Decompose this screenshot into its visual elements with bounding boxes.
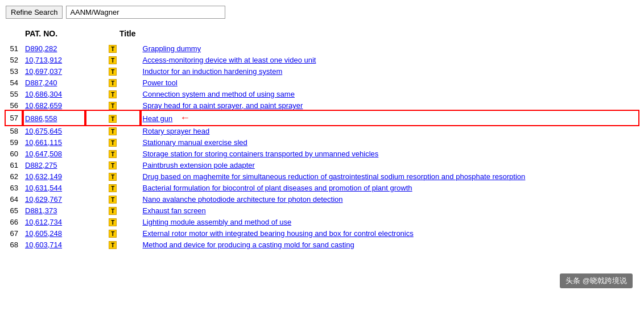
title-link[interactable]: Spray head for a paint sprayer, and pain… [143, 101, 303, 110]
patent-link[interactable]: 10,603,714 [25, 240, 62, 249]
patent-title[interactable]: Exhaust fan screen [141, 205, 638, 216]
t-icon-cell: T [85, 227, 141, 239]
title-link[interactable]: Storage station for storing containers t… [143, 150, 379, 158]
title-link[interactable]: Rotary sprayer head [143, 127, 210, 135]
patent-link[interactable]: 10,682,659 [25, 101, 62, 110]
patent-title[interactable]: Power tool [141, 77, 638, 88]
patent-link[interactable]: D887,240 [25, 78, 57, 87]
patent-number[interactable]: 10,661,115 [23, 136, 85, 148]
t-icon-cell: T [85, 99, 141, 111]
patent-title[interactable]: Lighting module assembly and method of u… [141, 216, 638, 227]
patent-number[interactable]: 10,605,248 [23, 227, 85, 239]
table-row: 6710,605,248TExternal rotor motor with i… [6, 227, 638, 239]
t-icon-cell: T [85, 159, 141, 171]
patent-title[interactable]: Rotary sprayer head [141, 125, 638, 136]
patent-number[interactable]: 10,603,714 [23, 239, 85, 250]
patent-number[interactable]: 10,686,304 [23, 88, 85, 99]
highlight-arrow: ← [177, 112, 190, 123]
patent-link[interactable]: 10,629,767 [25, 195, 62, 204]
patent-title[interactable]: Access-monitoring device with at least o… [141, 54, 638, 65]
patent-number[interactable]: 10,647,508 [23, 148, 85, 159]
t-icon-cell: T [85, 54, 141, 65]
patent-title[interactable]: Spray head for a paint sprayer, and pain… [141, 99, 638, 111]
patent-number[interactable]: 10,713,912 [23, 54, 85, 65]
title-link[interactable]: Method and device for producing a castin… [143, 240, 354, 249]
patent-number[interactable]: D881,373 [23, 205, 85, 216]
patent-link[interactable]: D882,275 [25, 161, 57, 169]
patent-number[interactable]: 10,682,659 [23, 99, 85, 111]
row-number: 54 [6, 77, 23, 88]
patent-title[interactable]: Nano avalanche photodiode architecture f… [141, 193, 638, 205]
patent-title[interactable]: External rotor motor with integrated bea… [141, 227, 638, 239]
patent-title[interactable]: Heat gun ← [141, 111, 638, 125]
t-icon: T [109, 184, 117, 192]
title-link[interactable]: Connection system and method of using sa… [143, 90, 295, 98]
patent-number[interactable]: 10,675,645 [23, 125, 85, 136]
patent-link[interactable]: 10,697,037 [25, 67, 62, 76]
col-pat-header: PAT. NO. [23, 27, 85, 43]
results-table: PAT. NO. Title 51D890,282TGrappling dumm… [6, 27, 638, 250]
patent-link[interactable]: D886,558 [25, 114, 57, 123]
patent-link[interactable]: 10,632,149 [25, 172, 62, 181]
title-link[interactable]: Access-monitoring device with at least o… [143, 56, 316, 64]
patent-link[interactable]: 10,605,248 [25, 229, 62, 238]
title-link[interactable]: Power tool [143, 78, 177, 87]
patent-title[interactable]: Stationary manual exercise sled [141, 136, 638, 148]
title-link[interactable]: Lighting module assembly and method of u… [143, 218, 292, 226]
patent-link[interactable]: 10,713,912 [25, 56, 62, 64]
title-link[interactable]: Nano avalanche photodiode architecture f… [143, 195, 343, 204]
title-link[interactable]: Drug based on maghemite for simultaneous… [143, 172, 526, 181]
t-icon-cell: T [85, 88, 141, 99]
patent-title[interactable]: Paintbrush extension pole adapter [141, 159, 638, 171]
patent-link[interactable]: D881,373 [25, 206, 57, 215]
patent-link[interactable]: 10,647,508 [25, 150, 62, 158]
patent-title[interactable]: Connection system and method of using sa… [141, 88, 638, 99]
refine-search-button[interactable]: Refine Search [6, 6, 63, 19]
title-link[interactable]: Inductor for an induction hardening syst… [143, 67, 283, 76]
t-icon: T [109, 102, 117, 110]
patent-title[interactable]: Storage station for storing containers t… [141, 148, 638, 159]
t-icon-cell: T [85, 216, 141, 227]
patent-link[interactable]: 10,675,645 [25, 127, 62, 135]
title-link[interactable]: Exhaust fan screen [143, 206, 206, 215]
patent-number[interactable]: 10,697,037 [23, 65, 85, 77]
t-icon-cell: T [85, 148, 141, 159]
patent-title[interactable]: Grappling dummy [141, 43, 638, 54]
patent-number[interactable]: D887,240 [23, 77, 85, 88]
patent-link[interactable]: 10,661,115 [25, 138, 62, 147]
patent-title[interactable]: Inductor for an induction hardening syst… [141, 65, 638, 77]
patent-link[interactable]: 10,612,734 [25, 218, 62, 226]
patent-number[interactable]: 10,612,734 [23, 216, 85, 227]
t-icon-cell: T [85, 171, 141, 182]
row-number: 58 [6, 125, 23, 136]
row-number: 68 [6, 239, 23, 250]
patent-number[interactable]: D886,558 [23, 111, 85, 125]
t-icon: T [109, 127, 117, 135]
patent-number[interactable]: D882,275 [23, 159, 85, 171]
title-link[interactable]: Paintbrush extension pole adapter [143, 161, 255, 169]
col-num-header [6, 27, 23, 43]
patent-title[interactable]: Method and device for producing a castin… [141, 239, 638, 250]
table-row: 6010,647,508TStorage station for storing… [6, 148, 638, 159]
patent-link[interactable]: 10,686,304 [25, 90, 62, 98]
title-link[interactable]: External rotor motor with integrated bea… [143, 229, 414, 238]
patent-link[interactable]: D890,282 [25, 44, 57, 53]
patent-number[interactable]: 10,632,149 [23, 171, 85, 182]
patent-link[interactable]: 10,631,544 [25, 184, 62, 192]
title-link[interactable]: Stationary manual exercise sled [143, 138, 247, 147]
t-icon: T [109, 79, 117, 87]
patent-number[interactable]: D890,282 [23, 43, 85, 54]
row-number: 53 [6, 65, 23, 77]
search-input[interactable] [66, 6, 225, 19]
title-link[interactable]: Bacterial formulation for biocontrol of … [143, 184, 412, 192]
patent-title[interactable]: Drug based on maghemite for simultaneous… [141, 171, 638, 182]
patent-title[interactable]: Bacterial formulation for biocontrol of … [141, 182, 638, 193]
patent-number[interactable]: 10,631,544 [23, 182, 85, 193]
t-icon: T [109, 115, 117, 123]
row-number: 63 [6, 182, 23, 193]
t-icon: T [109, 161, 117, 169]
t-icon: T [109, 173, 117, 181]
patent-number[interactable]: 10,629,767 [23, 193, 85, 205]
title-link[interactable]: Grappling dummy [143, 44, 201, 53]
title-link[interactable]: Heat gun [143, 114, 173, 123]
